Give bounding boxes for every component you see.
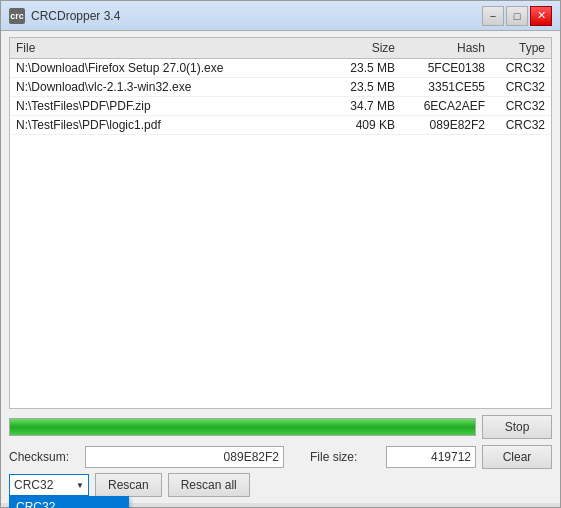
cell-type: CRC32 <box>487 98 547 114</box>
filesize-group: File size: Clear <box>310 445 552 469</box>
cell-type: CRC32 <box>487 60 547 76</box>
title-bar-left: crc CRCDropper 3.4 <box>9 8 120 24</box>
col-file: File <box>14 40 317 56</box>
app-icon-text: crc <box>10 11 24 21</box>
clear-button[interactable]: Clear <box>482 445 552 469</box>
window-title: CRCDropper 3.4 <box>31 9 120 23</box>
filesize-input[interactable] <box>386 446 476 468</box>
cell-file: N:\TestFiles\PDF\logic1.pdf <box>14 117 317 133</box>
progress-row: Stop <box>9 413 552 441</box>
cell-hash: 6ECA2AEF <box>397 98 487 114</box>
table-row[interactable]: N:\Download\Firefox Setup 27.0(1).exe 23… <box>10 59 551 78</box>
title-bar: crc CRCDropper 3.4 − □ ✕ <box>1 1 560 31</box>
checksum-label: Checksum: <box>9 450 79 464</box>
progress-bar-fill <box>10 419 475 435</box>
minimize-button[interactable]: − <box>482 6 504 26</box>
cell-hash: 3351CE55 <box>397 79 487 95</box>
close-button[interactable]: ✕ <box>530 6 552 26</box>
chevron-down-icon: ▼ <box>76 481 84 490</box>
cell-hash: 5FCE0138 <box>397 60 487 76</box>
main-window: crc CRCDropper 3.4 − □ ✕ File Size Hash … <box>0 0 561 508</box>
table-row[interactable]: N:\Download\vlc-2.1.3-win32.exe 23.5 MB … <box>10 78 551 97</box>
dropdown-item[interactable]: CRC32 <box>10 497 128 508</box>
table-row[interactable]: N:\TestFiles\PDF\PDF.zip 34.7 MB 6ECA2AE… <box>10 97 551 116</box>
cell-file: N:\Download\Firefox Setup 27.0(1).exe <box>14 60 317 76</box>
col-hash: Hash <box>397 40 487 56</box>
dropdown-container: CRC32 ▼ CRC32MD2MD4MD5SHA1SHA256SHA384SH… <box>9 474 89 496</box>
filesize-label: File size: <box>310 450 380 464</box>
app-icon: crc <box>9 8 25 24</box>
cell-type: CRC32 <box>487 79 547 95</box>
file-table: File Size Hash Type N:\Download\Firefox … <box>9 37 552 409</box>
cell-type: CRC32 <box>487 117 547 133</box>
table-header: File Size Hash Type <box>10 38 551 59</box>
col-size: Size <box>317 40 397 56</box>
col-type: Type <box>487 40 547 56</box>
progress-bar-container <box>9 418 476 436</box>
action-row: CRC32 ▼ CRC32MD2MD4MD5SHA1SHA256SHA384SH… <box>9 473 552 497</box>
content-area: File Size Hash Type N:\Download\Firefox … <box>1 31 560 503</box>
rescan-button[interactable]: Rescan <box>95 473 162 497</box>
maximize-button[interactable]: □ <box>506 6 528 26</box>
cell-file: N:\Download\vlc-2.1.3-win32.exe <box>14 79 317 95</box>
cell-size: 34.7 MB <box>317 98 397 114</box>
hash-type-dropdown[interactable]: CRC32 ▼ <box>9 474 89 496</box>
info-row: Checksum: File size: Clear <box>9 445 552 469</box>
cell-file: N:\TestFiles\PDF\PDF.zip <box>14 98 317 114</box>
cell-size: 23.5 MB <box>317 79 397 95</box>
table-row[interactable]: N:\TestFiles\PDF\logic1.pdf 409 KB 089E8… <box>10 116 551 135</box>
checksum-input[interactable] <box>85 446 284 468</box>
cell-size: 409 KB <box>317 117 397 133</box>
title-bar-controls: − □ ✕ <box>482 6 552 26</box>
stop-button[interactable]: Stop <box>482 415 552 439</box>
dropdown-selected-label: CRC32 <box>14 478 53 492</box>
cell-hash: 089E82F2 <box>397 117 487 133</box>
rescan-all-button[interactable]: Rescan all <box>168 473 250 497</box>
cell-size: 23.5 MB <box>317 60 397 76</box>
dropdown-list: CRC32MD2MD4MD5SHA1SHA256SHA384SHA512CRC1… <box>9 496 129 508</box>
table-body: N:\Download\Firefox Setup 27.0(1).exe 23… <box>10 59 551 407</box>
